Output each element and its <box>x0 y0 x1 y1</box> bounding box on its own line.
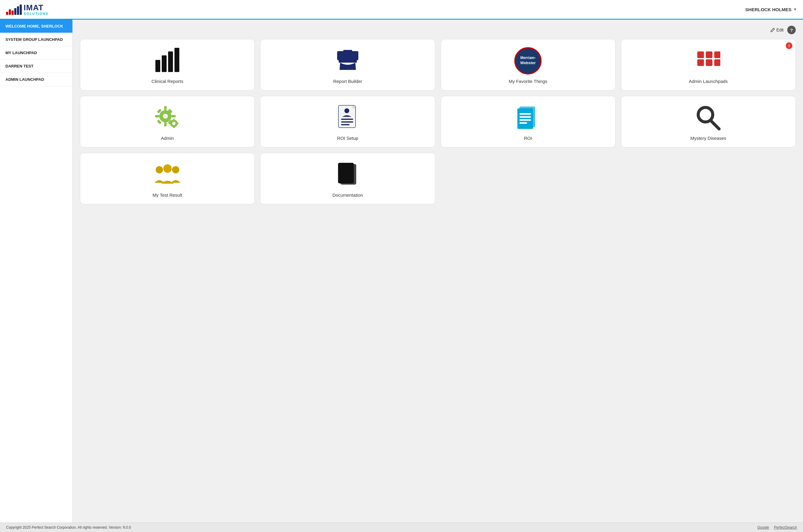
svg-rect-7 <box>697 52 704 58</box>
svg-rect-27 <box>169 122 172 125</box>
tile-label: Documentation <box>332 192 363 197</box>
footer-links: Google PerfectSearch <box>757 525 797 530</box>
tile-label: ROI <box>524 136 532 141</box>
svg-point-14 <box>163 114 167 118</box>
tile-label: My Favorite Things <box>509 79 547 84</box>
logo-text: IMAT SOLUTIONS <box>24 3 49 16</box>
user-menu[interactable]: SHERLOCK HOLMES ▼ <box>745 7 797 12</box>
sidebar-item-label: SYSTEM GROUP LAUNCHPAD <box>5 37 63 42</box>
doc-stack-icon <box>337 161 359 188</box>
app-footer: Copyright 2025 Perfect Search Corporatio… <box>0 522 803 532</box>
chevron-down-icon: ▼ <box>793 7 797 12</box>
svg-point-31 <box>344 108 349 113</box>
tile-label: Report Builder <box>333 79 362 84</box>
logo: IMAT SOLUTIONS <box>6 3 49 16</box>
tile-roi[interactable]: ROI <box>441 96 616 147</box>
svg-rect-2 <box>168 52 173 72</box>
svg-rect-33 <box>341 121 353 122</box>
main-content: Edit ? Clinical Reports <box>73 20 803 522</box>
svg-rect-11 <box>706 59 712 66</box>
tile-my-favorite-things[interactable]: Merriam- Webster My Favorite Things <box>441 39 616 91</box>
tile-label: ROI Setup <box>337 136 358 141</box>
users-icon <box>154 161 181 188</box>
sidebar-item-admin-launchpad[interactable]: ADMIN LAUNCHPAD <box>0 73 72 86</box>
roi-doc-icon <box>516 104 540 131</box>
svg-rect-5 <box>339 60 357 63</box>
svg-rect-35 <box>352 106 355 109</box>
svg-rect-8 <box>706 52 712 58</box>
logo-solutions-text: SOLUTIONS <box>24 12 49 15</box>
tiles-grid: Clinical Reports Report Builder <box>80 39 796 204</box>
tile-label: Clinical Reports <box>151 79 183 84</box>
tile-admin[interactable]: Admin <box>80 96 255 147</box>
tile-documentation[interactable]: Documentation <box>260 153 435 204</box>
sidebar-item-label: ADMIN LAUNCHPAD <box>5 77 44 82</box>
svg-rect-17 <box>155 115 159 117</box>
svg-rect-12 <box>714 59 720 66</box>
main-layout: WELCOME HOME, SHERLOCK SYSTEM GROUP LAUN… <box>0 20 803 522</box>
edit-button[interactable]: Edit <box>771 27 784 32</box>
svg-rect-37 <box>517 108 533 129</box>
copyright-text: Copyright 2025 Perfect Search Corporatio… <box>6 525 131 530</box>
tile-label: Admin <box>161 136 174 141</box>
svg-rect-16 <box>164 122 167 127</box>
tile-mystery-diseases[interactable]: Mystery Diseases <box>621 96 796 147</box>
svg-rect-10 <box>697 59 704 66</box>
sidebar: WELCOME HOME, SHERLOCK SYSTEM GROUP LAUN… <box>0 20 73 522</box>
tile-label: Mystery Diseases <box>690 136 726 141</box>
svg-point-46 <box>163 164 172 173</box>
svg-rect-9 <box>714 52 720 58</box>
svg-rect-25 <box>173 119 175 122</box>
user-name: SHERLOCK HOLMES <box>745 7 792 12</box>
logo-imat-text: IMAT <box>24 3 49 12</box>
svg-line-43 <box>711 120 719 129</box>
tile-label: Admin Launchpads <box>689 79 728 84</box>
bar-chart-icon <box>154 47 181 74</box>
sidebar-item-my-launchpad[interactable]: MY LAUNCHPAD <box>0 46 72 60</box>
sidebar-item-label: MY LAUNCHPAD <box>5 51 37 55</box>
toolbar: Edit ? <box>80 26 796 34</box>
svg-point-44 <box>156 166 163 173</box>
sidebar-item-system-group[interactable]: SYSTEM GROUP LAUNCHPAD <box>0 33 72 46</box>
anvil-icon <box>334 47 361 74</box>
help-button[interactable]: ? <box>787 26 796 34</box>
tile-roi-setup[interactable]: ROI Setup <box>260 96 435 147</box>
pencil-icon <box>771 28 775 32</box>
tile-label: My Test Result <box>153 192 182 197</box>
svg-rect-39 <box>519 116 531 118</box>
perfectsearch-link[interactable]: PerfectSearch <box>774 525 797 530</box>
svg-point-24 <box>173 122 175 125</box>
tile-clinical-reports[interactable]: Clinical Reports <box>80 39 255 91</box>
tile-report-builder[interactable]: Report Builder <box>260 39 435 91</box>
svg-point-45 <box>172 166 179 173</box>
svg-rect-6 <box>343 50 352 54</box>
svg-rect-0 <box>156 60 160 72</box>
svg-rect-41 <box>519 122 527 124</box>
svg-rect-34 <box>341 124 350 125</box>
merriam-webster-icon: Merriam- Webster <box>514 47 542 74</box>
sidebar-item-darren-test[interactable]: DARREN TEST <box>0 60 72 73</box>
svg-rect-15 <box>164 106 167 110</box>
svg-rect-26 <box>173 125 175 128</box>
grid-red-icon <box>696 47 720 74</box>
svg-rect-48 <box>338 163 354 184</box>
gear-icon <box>154 104 181 131</box>
svg-rect-38 <box>519 113 531 115</box>
sidebar-item-label: WELCOME HOME, SHERLOCK <box>5 24 63 28</box>
svg-rect-3 <box>175 48 179 72</box>
svg-rect-28 <box>176 122 178 125</box>
svg-rect-18 <box>171 115 176 117</box>
svg-rect-32 <box>341 119 353 120</box>
svg-rect-1 <box>162 55 167 72</box>
roi-setup-doc-icon <box>336 104 359 131</box>
tile-my-test-result[interactable]: My Test Result <box>80 153 255 204</box>
magnifier-icon <box>695 104 721 131</box>
sidebar-item-label: DARREN TEST <box>5 64 33 69</box>
google-link[interactable]: Google <box>757 525 769 530</box>
tile-admin-launchpads[interactable]: ! Admin Launchpads <box>621 39 796 91</box>
app-header: IMAT SOLUTIONS SHERLOCK HOLMES ▼ <box>0 0 803 20</box>
logo-bars-icon <box>6 4 22 15</box>
svg-rect-40 <box>519 119 531 121</box>
sidebar-item-welcome[interactable]: WELCOME HOME, SHERLOCK <box>0 20 72 33</box>
alert-badge: ! <box>786 42 792 49</box>
